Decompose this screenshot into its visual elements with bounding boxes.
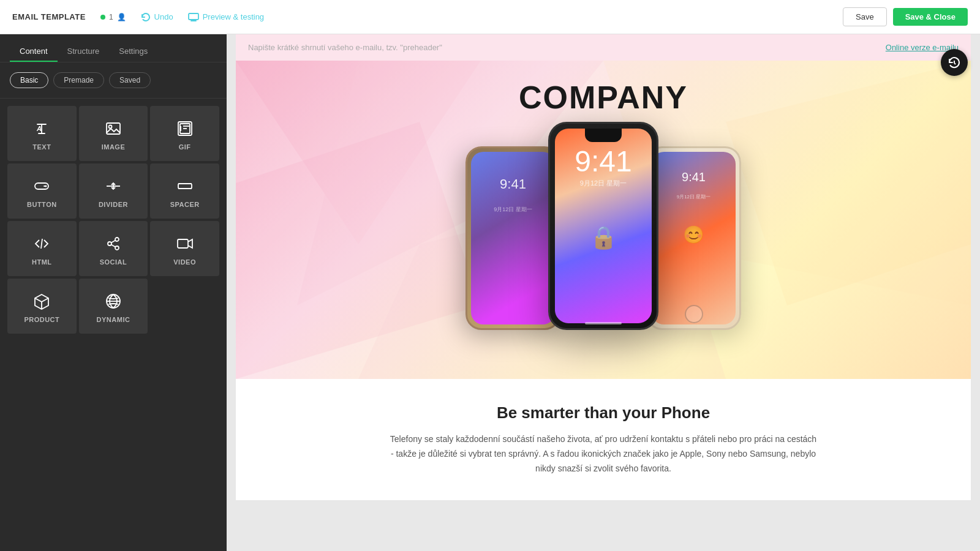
svg-point-23 xyxy=(108,242,111,246)
thank-you-icon: 😊 xyxy=(652,225,736,245)
spacer-icon xyxy=(176,178,194,195)
svg-text:A: A xyxy=(36,125,42,132)
block-gif-label: GIF xyxy=(179,143,191,151)
back-right-time: 9:41 xyxy=(652,161,736,193)
block-html-label: HTML xyxy=(32,258,52,266)
save-button[interactable]: Save xyxy=(843,7,887,26)
tab-settings[interactable]: Settings xyxy=(109,42,157,62)
block-text-label: TEXT xyxy=(32,143,51,151)
block-button-label: BUTTON xyxy=(27,201,57,208)
block-spacer[interactable]: SPACER xyxy=(150,163,219,219)
button-icon xyxy=(33,178,50,195)
filter-premade-label: Premade xyxy=(64,76,94,84)
status-indicator: 1 👤 xyxy=(100,13,126,21)
save-close-button[interactable]: Save & Close xyxy=(893,8,968,26)
phone-front: 9:41 9月12日 星期一 🔒 xyxy=(548,122,658,330)
home-indicator xyxy=(585,322,622,324)
block-divider-label: DIVIDER xyxy=(99,201,128,208)
preview-label: Preview & testing xyxy=(203,12,264,21)
undo-icon xyxy=(141,12,151,22)
filter-saved[interactable]: Saved xyxy=(109,72,151,88)
phone-back-right: 9:41 9月12日 星期一 😊 xyxy=(646,146,741,330)
top-header: EMAIL TEMPLATE 1 👤 Undo Preview & testin… xyxy=(0,0,980,34)
svg-point-15 xyxy=(45,186,47,187)
block-video[interactable]: VIDEO xyxy=(150,221,219,276)
tab-settings-label: Settings xyxy=(119,47,148,56)
svg-rect-7 xyxy=(107,123,120,134)
blocks-grid: A TEXT IMAGE xyxy=(0,99,227,341)
phone-back-left: 9:41 9月12日 星期一 xyxy=(466,146,560,330)
filter-basic[interactable]: Basic xyxy=(10,72,48,88)
product-icon xyxy=(33,293,50,310)
sidebar: Content Structure Settings Basic Premade… xyxy=(0,34,227,551)
header-right: Save Save & Close xyxy=(843,7,968,26)
status-count: 1 xyxy=(109,13,113,21)
block-divider[interactable]: DIVIDER xyxy=(79,163,148,219)
company-title: COMPANY xyxy=(519,61,688,116)
tab-content-label: Content xyxy=(20,47,48,56)
phones-container: 9:41 9月12日 星期一 9:41 9月12日 星期一 🔒 xyxy=(466,122,741,330)
preview-button[interactable]: Preview & testing xyxy=(188,12,264,21)
svg-point-24 xyxy=(115,246,119,250)
dynamic-icon xyxy=(105,293,122,310)
phone-back-left-screen: 9:41 9月12日 星期一 xyxy=(471,152,555,324)
content-body: Telefony se staly každodenní součástí na… xyxy=(389,432,818,476)
gif-icon xyxy=(176,120,194,137)
tab-structure[interactable]: Structure xyxy=(58,42,110,62)
app-title: EMAIL TEMPLATE xyxy=(12,12,86,21)
image-icon xyxy=(105,120,122,137)
block-text[interactable]: A TEXT xyxy=(7,106,77,161)
monitor-icon xyxy=(188,13,199,21)
filter-buttons: Basic Premade Saved xyxy=(0,62,227,99)
divider-icon xyxy=(105,178,122,195)
svg-point-8 xyxy=(108,126,111,129)
block-image[interactable]: IMAGE xyxy=(79,106,148,161)
history-button[interactable] xyxy=(941,49,968,76)
block-gif[interactable]: GIF xyxy=(150,106,219,161)
sidebar-tabs: Content Structure Settings xyxy=(0,34,227,62)
block-dynamic-label: DYNAMIC xyxy=(97,316,130,323)
undo-label: Undo xyxy=(154,12,173,21)
email-canvas: Napište krátké shrnutí vašeho e-mailu, t… xyxy=(236,34,971,500)
tab-content[interactable]: Content xyxy=(10,42,58,62)
user-icon: 👤 xyxy=(117,13,126,21)
text-icon: A xyxy=(33,120,50,137)
preheader-text: Napište krátké shrnutí vašeho e-mailu, t… xyxy=(248,43,442,52)
block-product-label: PRODUCT xyxy=(24,316,59,323)
back-left-time: 9:41 xyxy=(471,164,555,204)
canvas-area: Napište krátké shrnutí vašeho e-mailu, t… xyxy=(227,34,980,551)
block-button[interactable]: BUTTON xyxy=(7,163,77,219)
history-icon xyxy=(948,56,961,69)
lock-icon: 🔒 xyxy=(555,225,652,250)
block-social-label: SOCIAL xyxy=(100,258,127,266)
undo-button[interactable]: Undo xyxy=(141,12,173,22)
filter-premade[interactable]: Premade xyxy=(53,72,104,88)
social-icon xyxy=(105,235,122,252)
svg-rect-27 xyxy=(178,239,188,248)
header-left: EMAIL TEMPLATE 1 👤 Undo Preview & testin… xyxy=(12,12,264,22)
block-social[interactable]: SOCIAL xyxy=(79,221,148,276)
svg-line-21 xyxy=(41,239,42,249)
svg-line-26 xyxy=(111,245,115,247)
svg-rect-18 xyxy=(178,184,192,189)
main-layout: Content Structure Settings Basic Premade… xyxy=(0,34,980,551)
block-spacer-label: SPACER xyxy=(170,201,200,208)
preheader-bar[interactable]: Napište krátké shrnutí vašeho e-mailu, t… xyxy=(236,34,971,61)
block-dynamic[interactable]: DYNAMIC xyxy=(79,279,148,334)
svg-line-25 xyxy=(111,241,115,243)
status-dot-green xyxy=(100,15,105,20)
phone-back-right-screen: 9:41 9月12日 星期一 😊 xyxy=(652,152,736,324)
svg-rect-0 xyxy=(189,13,198,20)
tab-structure-label: Structure xyxy=(67,47,100,56)
block-html[interactable]: HTML xyxy=(7,221,77,276)
content-section: Be smarter than your Phone Telefony se s… xyxy=(236,379,971,500)
block-product[interactable]: PRODUCT xyxy=(7,279,77,334)
content-title: Be smarter than your Phone xyxy=(248,403,959,422)
html-icon xyxy=(33,235,50,252)
svg-line-38 xyxy=(954,63,956,64)
hero-section: COMPANY 9:41 9月12日 星期一 xyxy=(236,61,971,379)
block-image-label: IMAGE xyxy=(102,143,126,151)
home-button xyxy=(685,305,703,323)
svg-point-22 xyxy=(115,238,119,241)
phone-notch xyxy=(585,129,622,142)
